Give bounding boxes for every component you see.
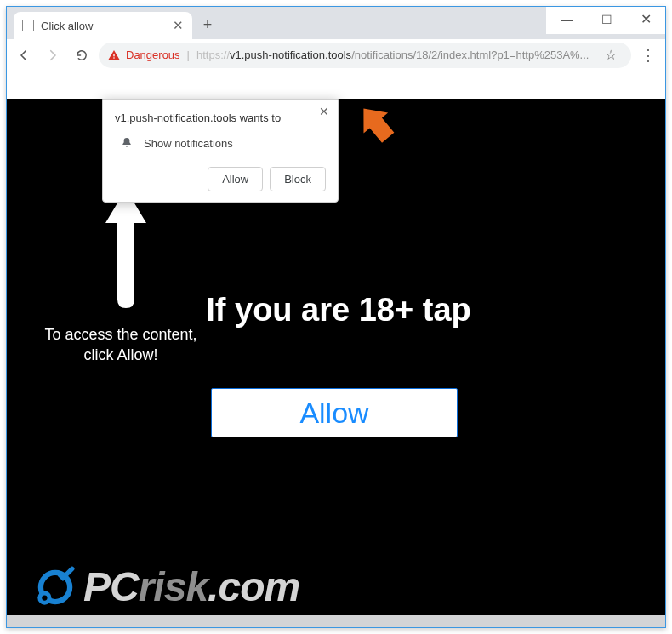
up-arrow-graphic — [100, 184, 151, 311]
danger-label: Dangerous — [126, 49, 180, 61]
new-tab-button[interactable]: + — [199, 17, 216, 34]
url-text: https://v1.push-notification.tools/notif… — [196, 49, 599, 61]
back-button[interactable] — [12, 43, 36, 67]
omnibox-separator: | — [187, 49, 190, 61]
window-minimize-button[interactable]: — — [548, 7, 587, 32]
tab-title: Click allow — [41, 20, 93, 32]
warning-triangle-icon — [107, 49, 121, 62]
popup-origin-text: v1.push-notification.tools wants to — [115, 111, 326, 124]
security-indicator: Dangerous — [107, 49, 180, 62]
notification-permission-popup: ✕ v1.push-notification.tools wants to Sh… — [102, 99, 339, 203]
favicon-page-icon — [22, 20, 34, 31]
page-headline: If you are 18+ tap — [198, 290, 479, 331]
watermark: PCrisk.com — [32, 563, 299, 610]
browser-tab[interactable]: Click allow ✕ — [14, 12, 192, 39]
tab-close-button[interactable]: ✕ — [173, 18, 184, 33]
address-bar[interactable]: Dangerous | https://v1.push-notification… — [99, 43, 631, 68]
popup-close-button[interactable]: ✕ — [319, 105, 329, 118]
svg-point-4 — [42, 595, 47, 600]
popup-block-button[interactable]: Block — [270, 167, 326, 191]
bookmark-star-icon[interactable]: ☆ — [599, 47, 623, 63]
svg-rect-0 — [113, 54, 114, 56]
window-titlebar: — ☐ ✕ Click allow ✕ + — [7, 7, 665, 34]
annotation-pointer-icon — [353, 100, 401, 148]
tab-strip: Click allow ✕ + — [7, 7, 546, 39]
instruction-text: To access the content, click Allow! — [36, 324, 206, 366]
svg-rect-1 — [113, 57, 114, 58]
reload-button[interactable] — [70, 43, 94, 67]
page-allow-button[interactable]: Allow — [211, 388, 458, 437]
popup-message: Show notifications — [144, 137, 233, 150]
browser-toolbar: Dangerous | https://v1.push-notification… — [7, 39, 665, 71]
window-close-button[interactable]: ✕ — [626, 7, 665, 32]
page-content: ✕ v1.push-notification.tools wants to Sh… — [7, 99, 665, 627]
browser-window: — ☐ ✕ Click allow ✕ + Dangerous — [6, 6, 666, 628]
bell-icon — [120, 136, 134, 150]
watermark-text: PCrisk.com — [83, 563, 299, 610]
gif-progress-bar — [7, 615, 665, 627]
window-maximize-button[interactable]: ☐ — [587, 7, 626, 32]
browser-menu-button[interactable]: ⋮ — [636, 46, 660, 65]
forward-button[interactable] — [41, 43, 65, 67]
watermark-logo-icon — [32, 564, 78, 610]
popup-allow-button[interactable]: Allow — [208, 167, 263, 191]
